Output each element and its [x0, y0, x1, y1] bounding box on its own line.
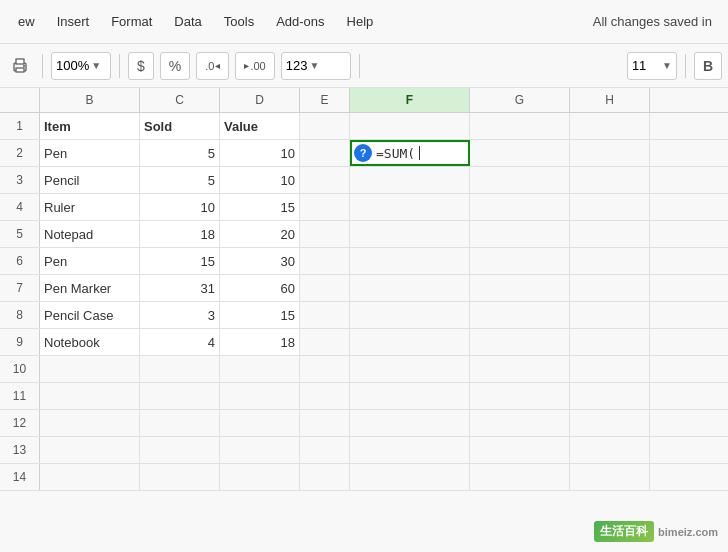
row-number[interactable]: 14	[0, 464, 40, 490]
table-cell[interactable]	[300, 221, 350, 247]
table-cell[interactable]	[40, 464, 140, 490]
table-cell[interactable]	[350, 437, 470, 463]
table-cell[interactable]	[140, 464, 220, 490]
table-cell[interactable]: 18	[140, 221, 220, 247]
col-header-h[interactable]: H	[570, 88, 650, 112]
table-cell[interactable]: Sold	[140, 113, 220, 139]
col-header-b[interactable]: B	[40, 88, 140, 112]
zoom-dropdown[interactable]: 100% ▼	[51, 52, 111, 80]
table-cell[interactable]	[470, 302, 570, 328]
table-cell[interactable]: 20	[220, 221, 300, 247]
table-cell[interactable]	[570, 410, 650, 436]
table-cell[interactable]	[570, 221, 650, 247]
table-cell[interactable]	[350, 410, 470, 436]
table-cell[interactable]	[140, 437, 220, 463]
menu-item-insert[interactable]: Insert	[47, 10, 100, 33]
table-cell[interactable]	[570, 464, 650, 490]
table-cell[interactable]	[470, 437, 570, 463]
table-cell[interactable]	[300, 356, 350, 382]
table-cell[interactable]	[470, 140, 570, 166]
percent-button[interactable]: %	[160, 52, 190, 80]
table-cell[interactable]	[350, 113, 470, 139]
table-cell[interactable]	[300, 167, 350, 193]
table-cell[interactable]: 10	[140, 194, 220, 220]
table-cell[interactable]: Pen	[40, 248, 140, 274]
row-number[interactable]: 13	[0, 437, 40, 463]
table-cell[interactable]	[140, 356, 220, 382]
table-cell[interactable]	[570, 113, 650, 139]
table-cell[interactable]	[350, 221, 470, 247]
table-cell[interactable]	[470, 194, 570, 220]
decimal-increase-button[interactable]: ▸ .00	[235, 52, 274, 80]
print-icon[interactable]	[6, 52, 34, 80]
table-cell[interactable]: Ruler	[40, 194, 140, 220]
row-number[interactable]: 6	[0, 248, 40, 274]
menu-item-addons[interactable]: Add-ons	[266, 10, 334, 33]
table-cell[interactable]: 5	[140, 167, 220, 193]
table-cell[interactable]	[470, 464, 570, 490]
table-cell[interactable]: 15	[220, 302, 300, 328]
menu-item-data[interactable]: Data	[164, 10, 211, 33]
table-cell[interactable]	[40, 437, 140, 463]
row-number[interactable]: 8	[0, 302, 40, 328]
table-cell[interactable]: ?=SUM(	[350, 140, 470, 166]
currency-button[interactable]: $	[128, 52, 154, 80]
table-cell[interactable]	[570, 302, 650, 328]
table-cell[interactable]	[350, 167, 470, 193]
table-cell[interactable]	[470, 383, 570, 409]
table-cell[interactable]	[220, 356, 300, 382]
table-cell[interactable]	[350, 329, 470, 355]
table-cell[interactable]	[40, 410, 140, 436]
bold-button[interactable]: B	[694, 52, 722, 80]
table-cell[interactable]	[470, 356, 570, 382]
table-cell[interactable]	[570, 248, 650, 274]
table-cell[interactable]	[350, 275, 470, 301]
table-cell[interactable]: Notebook	[40, 329, 140, 355]
table-cell[interactable]: Pencil Case	[40, 302, 140, 328]
row-number[interactable]: 9	[0, 329, 40, 355]
table-cell[interactable]: Pen Marker	[40, 275, 140, 301]
row-number[interactable]: 4	[0, 194, 40, 220]
format-dropdown[interactable]: 123 ▼	[281, 52, 351, 80]
table-cell[interactable]	[300, 464, 350, 490]
col-header-e[interactable]: E	[300, 88, 350, 112]
table-cell[interactable]	[570, 194, 650, 220]
table-cell[interactable]	[300, 383, 350, 409]
menu-item-help[interactable]: Help	[337, 10, 384, 33]
menu-item-ew[interactable]: ew	[8, 10, 45, 33]
table-cell[interactable]	[470, 329, 570, 355]
table-cell[interactable]: Value	[220, 113, 300, 139]
menu-item-format[interactable]: Format	[101, 10, 162, 33]
table-cell[interactable]: Item	[40, 113, 140, 139]
table-cell[interactable]	[300, 437, 350, 463]
table-cell[interactable]	[350, 356, 470, 382]
table-cell[interactable]	[470, 248, 570, 274]
col-header-c[interactable]: C	[140, 88, 220, 112]
table-cell[interactable]	[470, 167, 570, 193]
col-header-g[interactable]: G	[470, 88, 570, 112]
table-cell[interactable]	[300, 302, 350, 328]
table-cell[interactable]	[350, 248, 470, 274]
table-cell[interactable]: Notepad	[40, 221, 140, 247]
table-cell[interactable]	[300, 194, 350, 220]
table-cell[interactable]	[470, 113, 570, 139]
table-cell[interactable]: 30	[220, 248, 300, 274]
table-cell[interactable]	[40, 356, 140, 382]
table-cell[interactable]	[300, 329, 350, 355]
table-cell[interactable]	[220, 464, 300, 490]
font-size-box[interactable]: 11 ▼	[627, 52, 677, 80]
table-cell[interactable]	[570, 167, 650, 193]
table-cell[interactable]	[350, 194, 470, 220]
row-number[interactable]: 10	[0, 356, 40, 382]
table-cell[interactable]	[350, 383, 470, 409]
table-cell[interactable]	[350, 302, 470, 328]
row-number[interactable]: 12	[0, 410, 40, 436]
table-cell[interactable]: 3	[140, 302, 220, 328]
table-cell[interactable]	[570, 383, 650, 409]
table-cell[interactable]	[220, 383, 300, 409]
table-cell[interactable]: 15	[220, 194, 300, 220]
table-cell[interactable]	[470, 410, 570, 436]
menu-item-tools[interactable]: Tools	[214, 10, 264, 33]
table-cell[interactable]: 31	[140, 275, 220, 301]
table-cell[interactable]	[220, 410, 300, 436]
